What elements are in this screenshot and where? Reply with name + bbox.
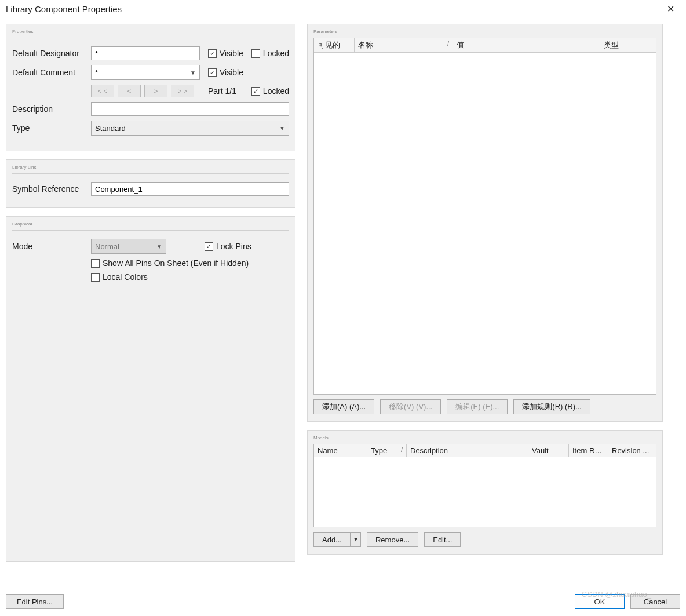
th-model-item-rev[interactable]: Item Rev... xyxy=(569,444,608,457)
th-name[interactable]: 名称/ xyxy=(355,38,453,52)
nav-last-button[interactable]: > > xyxy=(171,85,194,97)
default-comment-label: Default Comment xyxy=(12,68,87,77)
designator-locked-checkbox[interactable]: Locked xyxy=(251,49,289,58)
parameters-table[interactable]: 可见的 名称/ 值 类型 xyxy=(313,38,656,395)
parameters-group: Parameters 可见的 名称/ 值 类型 添加(A) (A)... 移除(… xyxy=(307,24,663,422)
model-remove-button[interactable]: Remove... xyxy=(367,532,418,547)
th-model-name[interactable]: Name xyxy=(314,444,367,457)
default-designator-label: Default Designator xyxy=(12,49,87,58)
description-input[interactable] xyxy=(91,102,289,116)
description-label: Description xyxy=(12,104,87,114)
checkbox-icon xyxy=(205,242,213,251)
graphical-group: Graphical Mode Normal▼ Lock Pins Show Al… xyxy=(6,216,295,562)
model-add-button[interactable]: Add... xyxy=(313,532,351,547)
default-designator-input[interactable] xyxy=(91,46,200,60)
models-group-title: Models xyxy=(313,435,656,440)
type-combo[interactable]: Standard▼ xyxy=(91,121,289,136)
edit-pins-button[interactable]: Edit Pins... xyxy=(6,594,64,609)
default-comment-combo[interactable]: *▼ xyxy=(91,65,200,80)
nav-prev-button[interactable]: < xyxy=(118,85,141,97)
cancel-button[interactable]: Cancel xyxy=(630,594,680,609)
properties-group: Properties Default Designator Visible Lo… xyxy=(6,24,295,151)
designator-visible-checkbox[interactable]: Visible xyxy=(208,49,243,58)
symbol-reference-input[interactable] xyxy=(91,182,289,196)
checkbox-icon xyxy=(91,273,100,282)
th-model-vault[interactable]: Vault xyxy=(528,444,569,457)
combo-value: Normal xyxy=(95,242,119,251)
models-table-body xyxy=(314,457,656,527)
checkbox-label: Show All Pins On Sheet (Even if Hidden) xyxy=(103,258,249,268)
close-icon[interactable]: ✕ xyxy=(663,3,678,14)
parameters-group-title: Parameters xyxy=(313,29,656,34)
library-link-group-title: Library Link xyxy=(12,165,289,170)
checkbox-icon xyxy=(208,49,217,58)
param-add-rule-button[interactable]: 添加规则(R) (R)... xyxy=(513,399,590,414)
sort-icon: / xyxy=(401,446,403,453)
th-model-type[interactable]: Type/ xyxy=(367,444,407,457)
models-group: Models Name Type/ Description Vault Item… xyxy=(307,430,663,555)
model-edit-button[interactable]: Edit... xyxy=(424,532,461,547)
th-model-description[interactable]: Description xyxy=(407,444,528,457)
checkbox-label: Lock Pins xyxy=(216,242,251,251)
sort-icon: / xyxy=(447,40,449,47)
mode-combo: Normal▼ xyxy=(91,239,166,254)
dialog-title: Library Component Properties xyxy=(6,4,122,14)
part-locked-checkbox[interactable]: Locked xyxy=(251,86,289,96)
th-type[interactable]: 类型 xyxy=(600,38,656,52)
model-add-dropdown[interactable]: ▼ xyxy=(351,532,361,547)
th-value[interactable]: 值 xyxy=(453,38,600,52)
checkbox-label: Visible xyxy=(220,68,243,77)
properties-group-title: Properties xyxy=(12,29,289,34)
parameters-table-body xyxy=(314,53,656,394)
mode-label: Mode xyxy=(12,242,87,251)
param-add-button[interactable]: 添加(A) (A)... xyxy=(313,399,374,414)
checkbox-label: Locked xyxy=(263,86,289,96)
show-all-pins-checkbox[interactable]: Show All Pins On Sheet (Even if Hidden) xyxy=(91,258,249,268)
combo-value: Standard xyxy=(95,124,126,133)
th-visible[interactable]: 可见的 xyxy=(314,38,355,52)
nav-next-button[interactable]: > xyxy=(144,85,167,97)
symbol-reference-label: Symbol Reference xyxy=(12,184,87,194)
checkbox-icon xyxy=(251,49,260,58)
param-remove-button[interactable]: 移除(V) (V)... xyxy=(380,399,441,414)
checkbox-label: Local Colors xyxy=(103,272,148,282)
comment-visible-checkbox[interactable]: Visible xyxy=(208,68,243,77)
chevron-down-icon: ▼ xyxy=(353,537,359,542)
model-add-split-button[interactable]: Add... ▼ xyxy=(313,532,361,547)
lock-pins-checkbox[interactable]: Lock Pins xyxy=(205,242,251,251)
type-label: Type xyxy=(12,123,87,133)
param-edit-button[interactable]: 编辑(E) (E)... xyxy=(447,399,508,414)
local-colors-checkbox[interactable]: Local Colors xyxy=(91,272,148,282)
ok-button[interactable]: OK xyxy=(575,594,625,609)
chevron-down-icon: ▼ xyxy=(279,125,285,132)
nav-first-button[interactable]: < < xyxy=(91,85,114,97)
chevron-down-icon: ▼ xyxy=(156,243,162,250)
checkbox-label: Locked xyxy=(263,49,289,58)
part-indicator: Part 1/1 xyxy=(208,86,236,96)
library-link-group: Library Link Symbol Reference xyxy=(6,159,295,208)
chevron-down-icon: ▼ xyxy=(190,70,196,76)
checkbox-icon xyxy=(251,87,260,96)
checkbox-label: Visible xyxy=(220,49,243,58)
th-model-revision[interactable]: Revision ... xyxy=(608,444,656,457)
checkbox-icon xyxy=(208,68,217,77)
graphical-group-title: Graphical xyxy=(12,221,289,227)
checkbox-icon xyxy=(91,259,100,268)
combo-value: * xyxy=(95,68,98,77)
models-table[interactable]: Name Type/ Description Vault Item Rev...… xyxy=(313,444,656,527)
